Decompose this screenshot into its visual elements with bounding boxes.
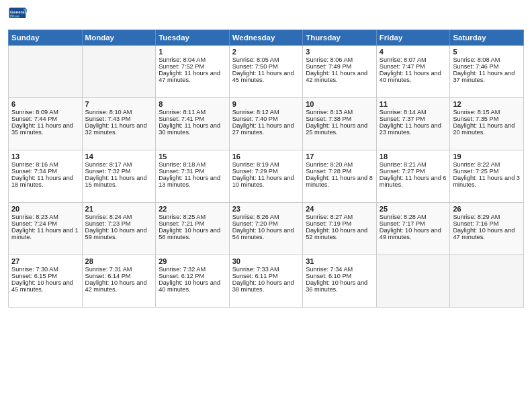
day-info: Sunset: 7:34 PM [11,168,79,175]
day-info: Daylight: 11 hours and 3 minutes. [453,175,521,188]
calendar-cell: 3Sunrise: 8:06 AMSunset: 7:49 PMDaylight… [303,46,377,98]
day-number: 2 [232,48,300,56]
day-header-sunday: Sunday [9,30,83,46]
calendar-cell: 13Sunrise: 8:16 AMSunset: 7:34 PMDayligh… [9,150,83,203]
calendar-cell: 1Sunrise: 8:04 AMSunset: 7:52 PMDaylight… [156,46,230,98]
calendar-cell: 4Sunrise: 8:07 AMSunset: 7:47 PMDaylight… [376,46,450,98]
calendar-cell: 27Sunrise: 7:30 AMSunset: 6:15 PMDayligh… [9,255,83,308]
calendar-cell: 12Sunrise: 8:15 AMSunset: 7:35 PMDayligh… [450,98,524,150]
day-info: Daylight: 11 hours and 20 minutes. [453,122,521,136]
calendar-cell: 21Sunrise: 8:24 AMSunset: 7:23 PMDayligh… [82,203,156,255]
day-number: 14 [85,152,153,161]
day-info: Daylight: 11 hours and 10 minutes. [232,175,300,188]
calendar-cell: 11Sunrise: 8:14 AMSunset: 7:37 PMDayligh… [376,98,450,150]
day-number: 25 [380,205,447,213]
day-info: Daylight: 11 hours and 42 minutes. [306,70,373,83]
calendar-cell: 15Sunrise: 8:18 AMSunset: 7:31 PMDayligh… [156,150,230,203]
day-number: 16 [232,152,300,161]
day-number: 21 [85,205,153,213]
day-info: Daylight: 11 hours and 1 minute. [11,227,79,240]
day-info: Sunset: 7:29 PM [232,168,300,175]
day-number: 9 [232,100,300,108]
day-info: Sunrise: 8:18 AM [159,161,226,168]
day-info: Sunset: 7:24 PM [11,220,79,227]
calendar-cell [450,255,524,308]
day-info: Daylight: 11 hours and 23 minutes. [380,122,447,136]
day-info: Daylight: 11 hours and 40 minutes. [380,70,447,83]
day-number: 15 [159,152,226,161]
day-info: Sunset: 7:32 PM [85,168,153,175]
day-info: Daylight: 11 hours and 32 minutes. [85,122,153,136]
day-info: Daylight: 10 hours and 47 minutes. [453,227,521,240]
day-number: 8 [159,100,226,108]
day-info: Daylight: 11 hours and 47 minutes. [159,70,226,83]
calendar-cell: 7Sunrise: 8:10 AMSunset: 7:43 PMDaylight… [82,98,156,150]
calendar-cell [9,46,83,98]
day-number: 3 [306,48,373,56]
calendar-table: SundayMondayTuesdayWednesdayThursdayFrid… [8,30,524,308]
day-info: Sunrise: 8:26 AM [232,214,300,220]
day-number: 19 [453,152,521,161]
day-info: Sunset: 7:40 PM [232,116,300,122]
calendar-cell: 30Sunrise: 7:33 AMSunset: 6:11 PMDayligh… [229,255,303,308]
svg-text:Blue: Blue [10,13,19,18]
day-info: Sunset: 7:16 PM [453,220,521,227]
day-info: Sunrise: 8:10 AM [85,109,153,116]
calendar-cell: 8Sunrise: 8:11 AMSunset: 7:41 PMDaylight… [156,98,230,150]
day-info: Daylight: 10 hours and 54 minutes. [232,227,300,240]
day-info: Daylight: 11 hours and 6 minutes. [380,175,447,188]
day-number: 20 [11,205,79,213]
calendar-cell: 20Sunrise: 8:23 AMSunset: 7:24 PMDayligh… [9,203,83,255]
calendar-cell: 29Sunrise: 7:32 AMSunset: 6:12 PMDayligh… [156,255,230,308]
day-number: 13 [11,152,79,161]
day-info: Daylight: 10 hours and 40 minutes. [159,279,226,293]
day-info: Daylight: 10 hours and 49 minutes. [380,227,447,240]
day-number: 7 [85,100,153,108]
day-info: Sunrise: 8:12 AM [232,109,300,116]
calendar-cell: 25Sunrise: 8:28 AMSunset: 7:17 PMDayligh… [376,203,450,255]
day-number: 5 [453,48,521,56]
day-info: Daylight: 10 hours and 52 minutes. [306,227,373,240]
calendar-cell: 18Sunrise: 8:21 AMSunset: 7:27 PMDayligh… [376,150,450,203]
main-container: General Blue SundayMondayTuesdayWednesda… [0,0,532,313]
day-info: Sunset: 7:38 PM [306,116,373,122]
calendar-cell: 17Sunrise: 8:20 AMSunset: 7:28 PMDayligh… [303,150,377,203]
day-info: Daylight: 11 hours and 15 minutes. [85,175,153,188]
day-info: Sunset: 7:25 PM [453,168,521,175]
day-info: Sunset: 7:44 PM [11,116,79,122]
day-number: 27 [11,257,79,265]
day-info: Sunrise: 7:33 AM [232,266,300,273]
day-info: Sunset: 7:47 PM [380,63,447,70]
day-info: Sunrise: 8:09 AM [11,109,79,116]
day-info: Sunrise: 8:04 AM [159,56,226,63]
day-info: Daylight: 11 hours and 35 minutes. [11,122,79,136]
day-number: 28 [85,257,153,265]
calendar-cell: 5Sunrise: 8:08 AMSunset: 7:46 PMDaylight… [450,46,524,98]
calendar-cell: 9Sunrise: 8:12 AMSunset: 7:40 PMDaylight… [229,98,303,150]
day-info: Sunset: 7:23 PM [85,220,153,227]
day-info: Sunset: 7:52 PM [159,63,226,70]
day-info: Sunrise: 7:34 AM [306,266,373,273]
day-info: Sunset: 7:17 PM [380,220,447,227]
day-header-monday: Monday [82,30,156,46]
day-info: Sunrise: 8:06 AM [306,56,373,63]
day-info: Sunrise: 7:32 AM [159,266,226,273]
day-info: Sunrise: 8:11 AM [159,109,226,116]
day-info: Daylight: 11 hours and 37 minutes. [453,70,521,83]
day-header-saturday: Saturday [450,30,524,46]
day-info: Sunset: 7:49 PM [306,63,373,70]
day-info: Daylight: 11 hours and 27 minutes. [232,122,300,136]
day-info: Sunrise: 8:24 AM [85,214,153,220]
calendar-week-2: 6Sunrise: 8:09 AMSunset: 7:44 PMDaylight… [9,98,524,150]
calendar-cell [82,46,156,98]
day-number: 26 [453,205,521,213]
day-info: Sunrise: 8:05 AM [232,56,300,63]
calendar-cell: 6Sunrise: 8:09 AMSunset: 7:44 PMDaylight… [9,98,83,150]
day-info: Sunrise: 8:29 AM [453,214,521,220]
day-info: Sunset: 7:31 PM [159,168,226,175]
day-info: Sunset: 6:15 PM [11,273,79,279]
day-info: Daylight: 10 hours and 59 minutes. [85,227,153,240]
day-info: Sunrise: 8:22 AM [453,161,521,168]
calendar-cell: 2Sunrise: 8:05 AMSunset: 7:50 PMDaylight… [229,46,303,98]
day-info: Daylight: 10 hours and 56 minutes. [159,227,226,240]
